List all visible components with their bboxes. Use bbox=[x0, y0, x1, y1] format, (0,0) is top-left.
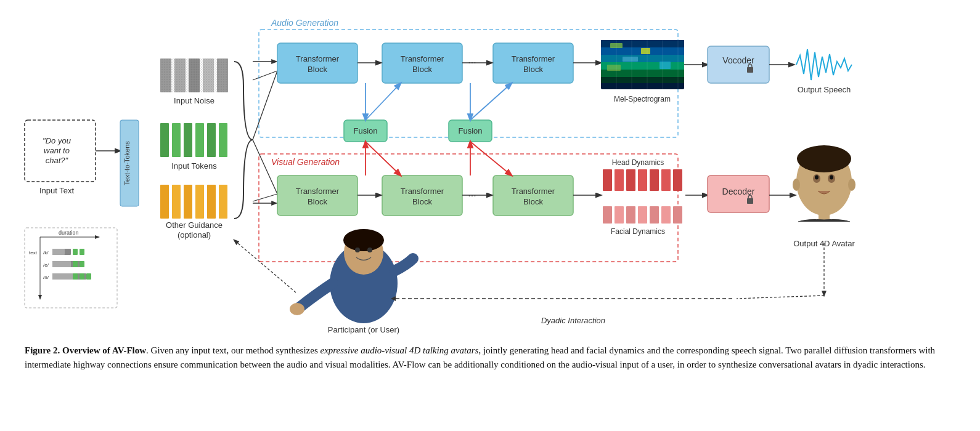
svg-text:Other Guidance: Other Guidance bbox=[166, 220, 223, 230]
svg-text:(optional): (optional) bbox=[178, 230, 211, 240]
svg-rect-83 bbox=[601, 77, 684, 83]
svg-point-127 bbox=[815, 175, 819, 180]
svg-point-158 bbox=[290, 303, 304, 315]
svg-rect-111 bbox=[615, 206, 624, 224]
svg-rect-107 bbox=[661, 169, 671, 191]
svg-rect-105 bbox=[638, 169, 647, 191]
svg-rect-23 bbox=[207, 123, 216, 157]
svg-line-71 bbox=[470, 83, 512, 120]
svg-text:Output Speech: Output Speech bbox=[798, 85, 851, 94]
svg-point-124 bbox=[797, 145, 851, 172]
figure-title: Overview of AV-Flow bbox=[62, 345, 146, 355]
architecture-diagram: Audio Generation Visual Generation "Do y… bbox=[18, 12, 962, 339]
svg-rect-113 bbox=[638, 206, 647, 224]
svg-text:Dyadic Interaction: Dyadic Interaction bbox=[541, 316, 605, 325]
svg-rect-30 bbox=[207, 185, 216, 219]
svg-rect-154 bbox=[86, 273, 91, 280]
svg-text:Block: Block bbox=[412, 197, 432, 206]
svg-rect-21 bbox=[184, 123, 192, 157]
svg-text:/e/: /e/ bbox=[43, 262, 49, 268]
svg-rect-103 bbox=[615, 169, 624, 191]
svg-text:Block: Block bbox=[308, 65, 327, 74]
caption-text1: Given any input text, our method synthes… bbox=[149, 345, 321, 355]
svg-rect-152 bbox=[73, 273, 78, 280]
svg-text:duration: duration bbox=[59, 230, 79, 236]
svg-text:chat?": chat?" bbox=[46, 156, 69, 165]
svg-rect-149 bbox=[80, 249, 84, 255]
svg-rect-22 bbox=[195, 123, 204, 157]
svg-rect-104 bbox=[626, 169, 635, 191]
svg-line-69 bbox=[365, 83, 401, 120]
svg-text:Transformer: Transformer bbox=[401, 54, 444, 63]
svg-text:Input Tokens: Input Tokens bbox=[171, 161, 217, 171]
svg-line-167 bbox=[234, 240, 296, 292]
figure-caption: Figure 2. Overview of AV-Flow. Given any… bbox=[18, 344, 962, 373]
svg-text:Text-to-Tokens: Text-to-Tokens bbox=[123, 141, 131, 185]
svg-text:Transformer: Transformer bbox=[296, 54, 340, 63]
svg-text:Input Text: Input Text bbox=[39, 186, 75, 195]
svg-text:Block: Block bbox=[523, 65, 543, 74]
svg-point-130 bbox=[848, 179, 855, 191]
svg-text:text: text bbox=[29, 250, 38, 256]
svg-rect-121 bbox=[747, 198, 753, 204]
svg-point-157 bbox=[343, 229, 384, 251]
svg-text:/n/: /n/ bbox=[43, 275, 49, 280]
svg-line-35 bbox=[253, 71, 277, 140]
svg-rect-112 bbox=[626, 206, 635, 224]
svg-text:Fusion: Fusion bbox=[353, 126, 377, 135]
svg-rect-102 bbox=[603, 169, 612, 191]
svg-rect-86 bbox=[623, 57, 638, 62]
svg-rect-144 bbox=[52, 261, 71, 267]
caption-italic: expressive audio-visual 4D talking avata… bbox=[321, 345, 479, 355]
svg-text:Block: Block bbox=[308, 197, 327, 206]
svg-text:Transformer: Transformer bbox=[512, 187, 555, 196]
svg-rect-19 bbox=[160, 123, 169, 157]
svg-point-129 bbox=[793, 179, 800, 191]
svg-rect-153 bbox=[80, 273, 84, 280]
main-container: Audio Generation Visual Generation "Do y… bbox=[0, 0, 980, 385]
svg-rect-110 bbox=[603, 206, 612, 224]
svg-point-159 bbox=[355, 248, 360, 252]
diagram-area: Audio Generation Visual Generation "Do y… bbox=[18, 12, 962, 339]
svg-rect-98 bbox=[747, 67, 753, 73]
svg-rect-26 bbox=[160, 185, 169, 219]
svg-text:Input Noise: Input Noise bbox=[174, 96, 214, 105]
svg-text:Visual Generation: Visual Generation bbox=[271, 157, 340, 167]
figure-label: Figure 2. bbox=[25, 345, 60, 355]
svg-rect-31 bbox=[219, 185, 227, 219]
svg-text:want to: want to bbox=[44, 146, 70, 155]
svg-line-37 bbox=[253, 194, 277, 201]
svg-rect-114 bbox=[650, 206, 659, 224]
svg-rect-151 bbox=[80, 261, 84, 267]
svg-rect-116 bbox=[673, 206, 682, 224]
svg-rect-106 bbox=[650, 169, 659, 191]
svg-rect-28 bbox=[184, 185, 192, 219]
svg-text:Participant (or User): Participant (or User) bbox=[328, 325, 399, 334]
svg-text:Block: Block bbox=[412, 65, 432, 74]
svg-rect-88 bbox=[607, 65, 621, 71]
svg-text:Head Dynamics: Head Dynamics bbox=[612, 158, 664, 167]
svg-line-36 bbox=[253, 140, 277, 194]
svg-rect-141 bbox=[52, 249, 65, 255]
svg-rect-85 bbox=[641, 48, 650, 54]
svg-text:Transformer: Transformer bbox=[296, 187, 340, 196]
svg-text:Mel-Spectrogram: Mel-Spectrogram bbox=[614, 95, 671, 103]
svg-rect-27 bbox=[172, 185, 181, 219]
svg-text:Facial Dynamics: Facial Dynamics bbox=[611, 227, 665, 236]
svg-text:/k/: /k/ bbox=[43, 250, 49, 256]
svg-rect-80 bbox=[601, 55, 684, 62]
svg-rect-115 bbox=[661, 206, 671, 224]
svg-text:Transformer: Transformer bbox=[401, 187, 444, 196]
svg-rect-29 bbox=[195, 185, 204, 219]
svg-rect-24 bbox=[219, 123, 227, 157]
svg-text:Transformer: Transformer bbox=[512, 54, 555, 63]
svg-rect-87 bbox=[659, 62, 671, 69]
svg-point-160 bbox=[367, 248, 372, 252]
svg-line-73 bbox=[365, 142, 401, 175]
svg-rect-150 bbox=[73, 261, 78, 267]
svg-point-128 bbox=[830, 175, 833, 180]
svg-line-34 bbox=[253, 71, 277, 80]
svg-line-166 bbox=[737, 296, 824, 299]
svg-rect-148 bbox=[73, 249, 78, 255]
svg-text:Fusion: Fusion bbox=[458, 126, 482, 135]
